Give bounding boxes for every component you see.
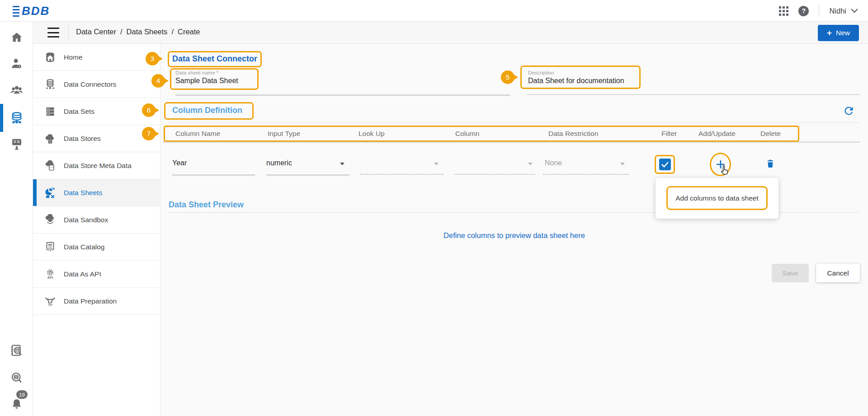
breadcrumb-item[interactable]: Create xyxy=(178,28,200,36)
sidebar-item-data-sets[interactable]: Data Sets xyxy=(33,98,160,125)
sidebar-item-data-preparation[interactable]: Data Preparation xyxy=(33,288,160,315)
tooltip-card: Add columns to data sheet xyxy=(656,178,778,219)
look-up-select xyxy=(360,174,443,175)
sidebar-item-label: Data Sets xyxy=(64,108,94,116)
user-menu[interactable]: Nidhi xyxy=(829,7,858,15)
annotation-marker: 6 xyxy=(142,103,156,117)
data-store-meta-data-icon: </> xyxy=(42,159,58,172)
rail-admin-icon[interactable] xyxy=(8,55,25,72)
column-header: Add/Update xyxy=(698,130,736,138)
rail-data-search-icon[interactable] xyxy=(8,369,25,386)
sidebar-item-label: Data Catalog xyxy=(64,243,104,251)
sidebar-item-data-connectors[interactable]: Data Connectors xyxy=(33,71,160,98)
tooltip-text: Add columns to data sheet xyxy=(666,186,768,210)
icon-rail: 19 xyxy=(0,22,33,416)
sidebar-item-label: Data Connectors xyxy=(64,80,116,89)
new-button[interactable]: + New xyxy=(818,25,859,41)
annotation-marker: 7 xyxy=(142,127,156,140)
column-header: Input Type xyxy=(268,130,300,138)
help-icon[interactable]: ? xyxy=(798,6,809,16)
save-button[interactable]: Save xyxy=(772,264,809,282)
refresh-icon[interactable] xyxy=(843,105,855,118)
name-input-underline xyxy=(175,95,510,95)
data-sets-icon xyxy=(42,105,58,118)
look-up-arrow-icon xyxy=(434,163,439,165)
sidebar-item-label: Data As API xyxy=(64,270,101,278)
column-name-input[interactable]: Year xyxy=(172,159,187,167)
menu-toggle-icon[interactable] xyxy=(47,28,59,37)
preview-empty-message: Define columns to preview data sheet her… xyxy=(169,231,860,240)
user-name: Nidhi xyxy=(829,7,846,15)
sidebar-item-data-sheets[interactable]: Data Sheets xyxy=(33,179,160,206)
chevron-down-icon xyxy=(851,9,858,13)
top-bar: BDB ? Nidhi xyxy=(0,0,868,22)
column-header: Filter xyxy=(661,130,677,138)
sidebar-item-home[interactable]: Home xyxy=(33,44,160,71)
trash-icon xyxy=(765,159,776,169)
data-restriction-select[interactable]: None xyxy=(545,159,562,167)
column-header: Column Name xyxy=(175,130,220,138)
sidebar: Home Data Connectors Data Sets Data Stor… xyxy=(33,44,160,416)
page-header: Data Center / Data Sheets / Create + New xyxy=(33,22,868,44)
cancel-button[interactable]: Cancel xyxy=(816,264,860,282)
input-type-arrow-icon[interactable] xyxy=(340,163,344,165)
data-restriction-arrow-icon xyxy=(620,163,625,165)
new-button-label: New xyxy=(836,29,850,37)
check-icon xyxy=(661,161,669,168)
breadcrumb-item[interactable]: Data Center xyxy=(76,28,116,36)
rail-data-center-icon[interactable] xyxy=(8,110,25,126)
column-header: Data Restriction xyxy=(548,130,598,138)
header-row-divider xyxy=(163,141,860,143)
rail-feedback-icon[interactable] xyxy=(8,136,25,152)
input-type-select[interactable]: numeric xyxy=(266,159,292,167)
rail-active-indicator xyxy=(0,104,3,132)
data-sheet-name-label: Data sheet name * xyxy=(175,70,218,75)
header-divider xyxy=(68,25,69,40)
plus-icon: + xyxy=(827,28,832,38)
column-header: Look Up xyxy=(359,130,385,138)
data-sandbox-icon xyxy=(42,214,58,226)
section-title-column-definition: Column Definition xyxy=(172,106,242,115)
sidebar-item-data-catalog[interactable]: Data Catalog xyxy=(33,234,160,261)
sidebar-item-data-sandbox[interactable]: Data Sandbox xyxy=(33,206,160,234)
data-preparation-icon xyxy=(42,294,58,308)
data-catalog-icon xyxy=(42,241,58,253)
column-name-underline xyxy=(172,175,255,175)
rail-users-icon[interactable] xyxy=(8,81,25,98)
sidebar-item-label: Data Stores xyxy=(64,135,101,143)
logo-text: BDB xyxy=(22,4,50,18)
column-header: Delete xyxy=(760,130,781,138)
sidebar-item-data-as-api[interactable]: API Data As API xyxy=(33,261,160,288)
add-column-button[interactable] xyxy=(715,159,726,171)
rail-data-audit-icon[interactable] xyxy=(8,342,25,359)
breadcrumb-item[interactable]: Data Sheets xyxy=(127,28,168,36)
section-title-data-sheet-connector: Data Sheet Connector xyxy=(172,54,257,64)
data-sheet-name-input[interactable] xyxy=(175,77,447,85)
sidebar-item-label: Data Sandbox xyxy=(64,216,108,224)
rail-home-icon[interactable] xyxy=(8,29,25,46)
apps-grid-icon[interactable] xyxy=(779,6,788,16)
breadcrumb-separator: / xyxy=(120,28,123,36)
sidebar-item-data-stores[interactable]: Data Stores xyxy=(33,125,160,152)
sidebar-item-label: Data Preparation xyxy=(64,297,117,305)
description-input-underline xyxy=(528,94,860,95)
delete-column-button[interactable] xyxy=(765,159,776,171)
section-title-data-sheet-preview: Data Sheet Preview xyxy=(169,200,244,210)
sidebar-item-label: Data Store Meta Data xyxy=(64,162,132,170)
home-db-icon xyxy=(42,51,58,64)
sidebar-item-data-store-meta-data[interactable]: </> Data Store Meta Data xyxy=(33,152,160,179)
breadcrumb-separator: / xyxy=(171,28,174,36)
filter-checkbox[interactable] xyxy=(659,159,671,170)
description-input[interactable] xyxy=(528,77,799,85)
data-restriction-underline xyxy=(543,174,629,175)
data-sheets-icon xyxy=(42,186,58,200)
annotation-marker: 5 xyxy=(501,70,514,84)
app-window: BDB ? Nidhi Data Center / Data Sheets / … xyxy=(0,0,868,416)
bdb-logo[interactable]: BDB xyxy=(13,4,50,18)
notification-badge: 19 xyxy=(16,390,28,399)
svg-text:</>: </> xyxy=(49,166,54,169)
column-arrow-icon xyxy=(528,163,533,165)
svg-text:API: API xyxy=(47,276,53,280)
add-icon xyxy=(715,159,726,170)
section-divider xyxy=(169,122,860,123)
